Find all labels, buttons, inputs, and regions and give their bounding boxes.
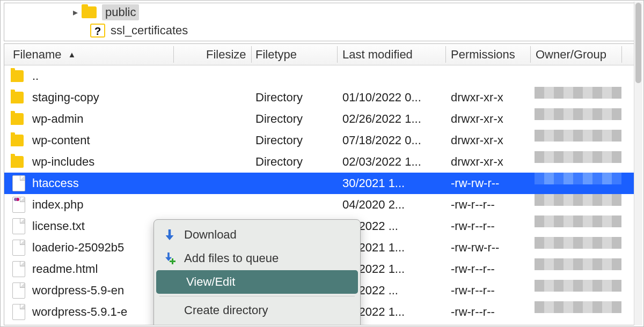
filename-label: index.php (32, 194, 83, 215)
col-separator[interactable] (445, 46, 446, 63)
file-icon (12, 218, 25, 234)
cell-owner-group (535, 87, 626, 108)
col-permissions[interactable]: Permissions (451, 44, 515, 65)
folder-icon (11, 156, 24, 168)
cell-owner-group (535, 151, 626, 173)
ctx-item-label: View/Edit (186, 275, 235, 289)
cell-last-modified: 07/18/2022 0... (342, 130, 450, 151)
add-to-queue-icon (163, 251, 177, 265)
filename-label: loaderio-25092b5 (32, 237, 124, 258)
col-separator[interactable] (337, 46, 338, 63)
cell-filetype: Directory (255, 108, 336, 130)
tree-label[interactable]: public (102, 4, 139, 20)
ctx-view-edit[interactable]: View/Edit (156, 270, 358, 294)
filename-label: wordpress-5.9-en (32, 280, 124, 301)
cell-owner-group (535, 237, 626, 258)
cell-permissions: -rw-r--r-- (451, 194, 531, 215)
cell-filename[interactable]: wp-content (11, 130, 247, 151)
cell-filename[interactable]: .. (11, 65, 247, 87)
ctx-create-directory[interactable]: Create directory (154, 299, 360, 322)
folder-icon (11, 113, 24, 125)
cell-permissions: drwxr-xr-x (451, 130, 531, 151)
col-filesize[interactable]: Filesize (206, 44, 246, 65)
ctx-create-directory-enter[interactable]: Create directory and enter it (154, 322, 360, 325)
ctx-item-label: Download (184, 228, 237, 242)
folder-icon (82, 6, 97, 18)
cell-owner-group (535, 258, 626, 280)
cell-permissions: drwxr-xr-x (451, 151, 531, 173)
php-file-icon (12, 197, 25, 213)
col-filename-label: Filename (13, 48, 61, 61)
redacted-owner-group (535, 258, 626, 270)
cell-owner-group (535, 215, 626, 237)
redacted-owner-group (535, 215, 626, 227)
cell-owner-group (535, 194, 626, 215)
blank-icon (165, 275, 179, 289)
cell-filename[interactable]: htaccess (11, 173, 247, 194)
directory-tree[interactable]: ▸ public ? ssl_certificates (4, 3, 640, 41)
cell-filetype (255, 173, 336, 194)
table-row[interactable]: htaccess30/2021 1...-rw-rw-r-- (4, 173, 640, 194)
table-row[interactable]: staging-copyDirectory01/10/2022 0...drwx… (4, 87, 640, 108)
ctx-download[interactable]: Download (154, 223, 360, 247)
redacted-owner-group (535, 130, 626, 142)
scrollbar-thumb[interactable] (635, 3, 641, 83)
file-icon (12, 175, 25, 191)
col-separator[interactable] (530, 46, 531, 63)
file-list-panel: Filename ▲ Filesize Filetype Last modifi… (4, 43, 640, 325)
scrollbar-vertical[interactable] (634, 2, 642, 325)
cell-permissions: drwxr-xr-x (451, 87, 531, 108)
tree-item-public[interactable]: ▸ public (4, 3, 640, 21)
ctx-add-to-queue[interactable]: Add files to queue (154, 247, 360, 270)
table-row[interactable]: wp-adminDirectory02/26/2022 1...drwxr-xr… (4, 108, 640, 130)
table-row[interactable]: .. (4, 65, 640, 87)
cell-filetype: Directory (255, 130, 336, 151)
redacted-owner-group (535, 108, 626, 120)
file-icon (12, 240, 25, 256)
cell-filename[interactable]: wp-admin (11, 108, 247, 130)
filename-label: license.txt (32, 215, 85, 237)
col-separator[interactable] (621, 46, 622, 63)
redacted-owner-group (535, 151, 626, 163)
file-icon (12, 261, 25, 277)
context-menu[interactable]: Download Add files to queue View/Edit Cr… (153, 219, 361, 325)
cell-filename[interactable]: index.php (11, 194, 247, 215)
col-separator[interactable] (251, 46, 252, 63)
blank-icon (163, 303, 177, 317)
col-lastmodified[interactable]: Last modified (342, 44, 413, 65)
cell-filename[interactable]: staging-copy (11, 87, 247, 108)
cell-filetype (255, 194, 336, 215)
filename-label: htaccess (32, 173, 79, 194)
filename-label: wp-admin (32, 108, 83, 130)
filename-label: wp-includes (32, 151, 94, 173)
table-row[interactable]: wp-contentDirectory07/18/2022 0...drwxr-… (4, 130, 640, 151)
col-separator[interactable] (173, 46, 174, 63)
cell-permissions: -rw-r--r-- (451, 215, 531, 237)
cell-owner-group (535, 301, 626, 323)
cell-owner-group (535, 108, 626, 130)
col-owner-group[interactable]: Owner/Group (536, 44, 606, 65)
filename-label: wordpress-5.9.1-e (32, 301, 127, 323)
filename-label: .. (32, 65, 39, 87)
col-filename[interactable]: Filename ▲ (13, 44, 76, 65)
cell-filename[interactable]: wp-includes (11, 151, 247, 173)
cell-last-modified (342, 65, 450, 87)
filename-label: wp-content (32, 130, 90, 151)
redacted-owner-group (535, 173, 626, 184)
expand-arrow-icon[interactable]: ▸ (69, 6, 82, 18)
table-row[interactable]: index.php04/2020 2...-rw-r--r-- (4, 194, 640, 215)
table-row[interactable]: wp-includesDirectory02/03/2022 1...drwxr… (4, 151, 640, 173)
download-icon (163, 228, 177, 242)
tree-item-ssl[interactable]: ? ssl_certificates (4, 21, 640, 40)
redacted-owner-group (535, 280, 626, 292)
file-icon (12, 304, 25, 320)
column-headers[interactable]: Filename ▲ Filesize Filetype Last modifi… (4, 44, 640, 65)
cell-owner-group (535, 173, 626, 194)
cell-permissions (451, 65, 531, 87)
filename-label: staging-copy (32, 87, 99, 108)
cell-filetype: Directory (255, 151, 336, 173)
filename-label: readme.html (32, 258, 98, 280)
col-filetype[interactable]: Filetype (255, 44, 297, 65)
sort-ascending-icon: ▲ (68, 50, 76, 59)
tree-label[interactable]: ssl_certificates (111, 24, 188, 38)
